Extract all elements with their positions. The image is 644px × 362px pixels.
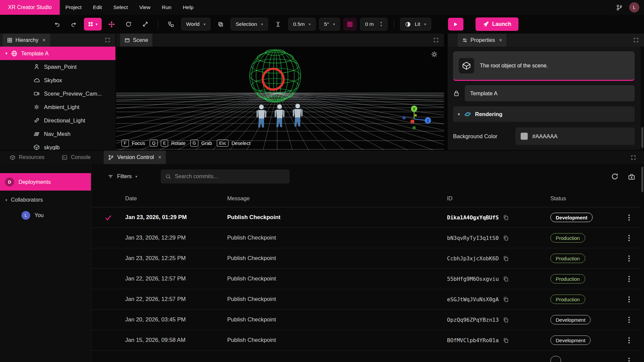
tree-item-skyglb[interactable]: skyglb xyxy=(0,141,115,150)
stepper-arrows[interactable]: ▲▼ xyxy=(380,21,383,27)
rendering-section-header[interactable]: ▾ Rendering xyxy=(453,106,635,122)
cell-date: Jan 23, 2026, 01:29 PM xyxy=(125,214,227,221)
gizmo-y-label[interactable]: Y xyxy=(413,107,415,111)
background-color-swatch[interactable] xyxy=(521,133,528,140)
copy-icon[interactable] xyxy=(503,235,509,241)
table-row[interactable]: Jan 23, 2026, 12:29 PM Publish Checkpoin… xyxy=(91,228,644,248)
cell-id: bN3qvRyTyI3q1tS0 xyxy=(447,235,499,241)
user-avatar[interactable]: L xyxy=(629,2,639,12)
reparent-button[interactable] xyxy=(164,18,178,31)
transform-space-dropdown[interactable]: World ▾ xyxy=(181,18,211,31)
copy-icon[interactable] xyxy=(503,338,509,343)
tab-version-control[interactable]: Version Control × xyxy=(104,151,166,164)
properties-scrollbar[interactable] xyxy=(641,47,644,150)
tree-item-label: Ambient_Light xyxy=(44,104,80,110)
table-row[interactable]: Jan 15, 2026, 09:58 AM Publish Checkpoin… xyxy=(91,330,644,351)
tree-item-template-a[interactable]: ▾ Template A xyxy=(0,47,115,60)
table-row[interactable]: Jan 22, 2026, 12:57 PM Publish Checkpoin… xyxy=(91,269,644,289)
render-mode-dropdown[interactable]: Lit ▾ xyxy=(400,18,431,31)
copy-icon[interactable] xyxy=(503,317,509,323)
sidebar-item-collaborators[interactable]: ▾ Collaborators xyxy=(0,192,91,208)
table-row[interactable]: Jan 23, 2026, 01:29 PM Publish Checkpoin… xyxy=(91,207,644,228)
menu-project[interactable]: Project xyxy=(60,0,87,15)
app-logo[interactable]: XR Creator Studio xyxy=(0,0,60,15)
menu-select[interactable]: Select xyxy=(108,0,134,15)
expand-icon[interactable] xyxy=(105,38,113,43)
rotate-tool-button[interactable] xyxy=(122,18,135,31)
version-control-sidebar: D Deployments ▾ Collaborators L You xyxy=(0,164,91,362)
search-commits-box[interactable] xyxy=(161,169,290,184)
close-icon[interactable]: × xyxy=(158,154,161,160)
table-row[interactable] xyxy=(91,351,644,362)
tree-item-label: Scene_Preview_Cam... xyxy=(44,91,102,97)
vertical-ruler-icon xyxy=(275,21,281,27)
scene-viewport[interactable]: Y Z F Focus Q E Rotate G xyxy=(116,47,444,150)
tab-scene[interactable]: Scene xyxy=(120,34,152,47)
filters-button[interactable]: Filters ▾ xyxy=(108,173,137,179)
redo-button[interactable] xyxy=(67,18,81,31)
copy-icon[interactable] xyxy=(503,276,509,282)
nav-mesh-icon xyxy=(34,131,40,137)
close-icon[interactable]: × xyxy=(42,37,45,43)
move-snap-button[interactable] xyxy=(271,18,285,31)
restore-commit-icon[interactable] xyxy=(628,173,635,180)
tab-console[interactable]: Console xyxy=(57,151,95,164)
toolbar-divider xyxy=(158,20,158,29)
scrollbar-thumb[interactable] xyxy=(641,167,643,192)
launch-button[interactable]: Launch xyxy=(476,17,519,31)
undo-button[interactable] xyxy=(50,18,64,31)
gizmo-z-label[interactable]: Z xyxy=(427,119,429,123)
table-row[interactable]: Jan 20, 2026, 03:45 PM Publish Checkpoin… xyxy=(91,310,644,330)
tree-item-ambient-light[interactable]: Ambient_Light xyxy=(0,100,115,114)
move-snap-dropdown[interactable]: 0.5m ▾ xyxy=(288,18,316,31)
sidebar-item-deployments[interactable]: D Deployments xyxy=(0,173,91,191)
tab-hierarchy[interactable]: Hierarchy × xyxy=(3,34,50,47)
background-color-field[interactable]: #AAAAAA xyxy=(515,127,635,145)
version-control-branch-icon[interactable] xyxy=(616,4,623,11)
viewport-settings-gear-icon[interactable] xyxy=(431,51,438,58)
expand-icon[interactable] xyxy=(634,38,641,43)
rotate-snap-dropdown[interactable]: 5° ▾ xyxy=(319,18,340,31)
directional-light-icon xyxy=(34,117,40,123)
grid-height-stepper[interactable]: 0 m ▲▼ xyxy=(360,18,388,31)
play-button[interactable] xyxy=(448,18,463,31)
chevron-down-icon[interactable]: ▾ xyxy=(5,51,7,55)
close-icon[interactable]: × xyxy=(499,37,502,43)
tree-item-scene-preview-cam[interactable]: Scene_Preview_Cam... xyxy=(0,87,115,100)
refresh-icon[interactable] xyxy=(611,173,618,180)
tree-item-spawn-point[interactable]: Spawn_Point xyxy=(0,60,115,73)
menu-edit[interactable]: Edit xyxy=(87,0,108,15)
grid-snap-button[interactable] xyxy=(343,18,357,31)
menu-help[interactable]: Help xyxy=(177,0,199,15)
move-tool-button[interactable] xyxy=(105,18,118,31)
layout-grid-button[interactable]: ▾ xyxy=(84,18,102,31)
tree-item-nav-mesh[interactable]: Nav_Mesh xyxy=(0,127,115,141)
expand-icon[interactable] xyxy=(631,155,639,160)
expand-icon[interactable] xyxy=(434,38,441,43)
lock-icon[interactable] xyxy=(453,90,460,97)
deselect-label: Deselect xyxy=(232,141,250,146)
toolbar: ▾ World ▾ Selection ▾ 0.5m ▾ 5° ▾ 0 m ▲▼ xyxy=(0,15,644,34)
scale-tool-button[interactable] xyxy=(139,18,152,31)
copy-icon[interactable] xyxy=(503,297,509,302)
root-object-card: The root object of the scene. xyxy=(453,51,635,81)
scrollbar-thumb[interactable] xyxy=(641,127,643,148)
table-row[interactable]: Jan 22, 2026, 12:57 PM Publish Checkpoin… xyxy=(91,289,644,310)
tree-item-skybox[interactable]: Skybox xyxy=(0,73,115,87)
tab-label: Hierarchy xyxy=(15,37,38,43)
table-row[interactable]: Jan 23, 2026, 12:25 PM Publish Checkpoin… xyxy=(91,248,644,269)
tab-resources[interactable]: Resources xyxy=(5,151,49,164)
menu-view[interactable]: View xyxy=(134,0,156,15)
menu-run[interactable]: Run xyxy=(156,0,177,15)
object-name-input[interactable] xyxy=(465,85,635,101)
bottom-scrollbar[interactable] xyxy=(641,164,644,362)
search-commits-input[interactable] xyxy=(175,173,285,179)
pivot-mode-dropdown[interactable]: Selection ▾ xyxy=(231,18,268,31)
pivot-button[interactable] xyxy=(214,18,227,31)
tab-properties[interactable]: Properties × xyxy=(458,34,506,47)
sidebar-item-you[interactable]: L You xyxy=(0,208,91,223)
copy-icon[interactable] xyxy=(503,215,509,220)
tree-item-directional-light[interactable]: Directional_Light xyxy=(0,114,115,127)
resources-box-icon xyxy=(10,155,15,160)
copy-icon[interactable] xyxy=(503,256,509,261)
